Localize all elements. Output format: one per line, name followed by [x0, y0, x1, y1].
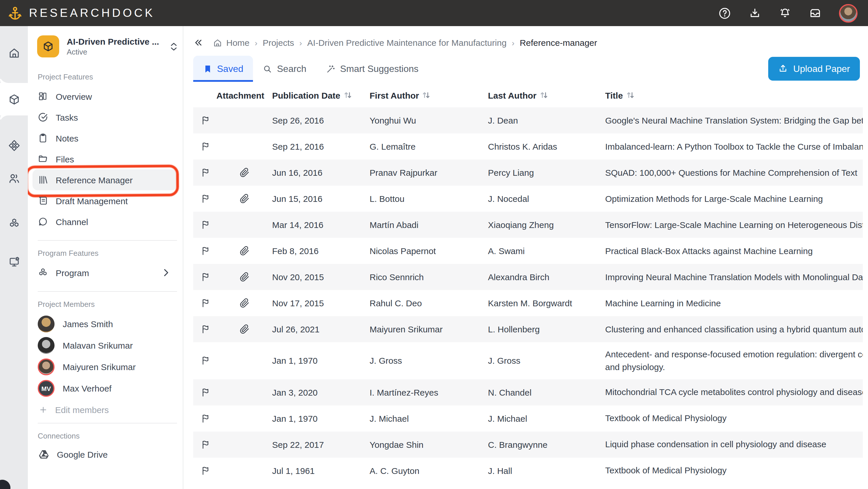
breadcrumb-projects[interactable]: Projects: [262, 38, 294, 47]
flag-button[interactable]: [193, 168, 216, 177]
overview-icon: [38, 91, 48, 101]
flag-icon: [201, 220, 211, 230]
rail-item-system[interactable]: [0, 246, 28, 278]
flag-button[interactable]: [193, 413, 216, 423]
sidebar-item-files[interactable]: Files: [32, 149, 177, 169]
chat-launcher[interactable]: [0, 480, 10, 489]
attachment-indicator: [216, 324, 272, 334]
flag-button[interactable]: [193, 116, 216, 125]
sidebar-item-channel[interactable]: Channel: [32, 211, 177, 232]
paper-title: SQuAD: 100,000+ Questions for Machine Co…: [605, 160, 863, 185]
project-switch-chevrons[interactable]: [170, 42, 177, 51]
flag-button[interactable]: [193, 220, 216, 230]
flag-button[interactable]: [193, 387, 216, 397]
divider: [38, 291, 177, 292]
table-row[interactable]: Jan 1, 1970 J. Gross J. Gross Antecedent…: [193, 342, 863, 379]
sort-icon[interactable]: [423, 91, 430, 99]
sidebar-item-program[interactable]: Program: [32, 262, 177, 283]
sidebar-item-draft-management[interactable]: Draft Management: [32, 190, 177, 211]
avatar: [38, 316, 55, 332]
flag-button[interactable]: [193, 141, 216, 152]
sort-icon[interactable]: [344, 91, 351, 99]
message-circle-icon: [38, 216, 48, 227]
flag-icon: [201, 324, 211, 334]
table-row[interactable]: Jan 3, 2020 I. Martínez-Reyes N. Chandel…: [193, 379, 863, 405]
table-row[interactable]: Jun 16, 2016 Pranav Rajpurkar Percy Lian…: [193, 160, 863, 186]
flag-button[interactable]: [193, 324, 216, 334]
sort-icon[interactable]: [540, 91, 548, 99]
tab-label: Smart Suggestions: [340, 64, 418, 74]
member-malavan-srikumar[interactable]: Malavan Srikumar: [38, 335, 183, 356]
table-row[interactable]: Jan 1, 1970 J. Michael J. Michael Textbo…: [193, 405, 863, 431]
publication-date: Sep 22, 2017: [272, 439, 370, 449]
table-row[interactable]: Jun 15, 2016 L. Bottou J. Nocedal Optimi…: [193, 186, 863, 212]
flag-icon: [201, 272, 211, 282]
flag-icon: [201, 413, 211, 423]
sidebar-item-overview[interactable]: Overview: [32, 86, 177, 107]
rail-item-programs[interactable]: [0, 207, 28, 239]
sidebar-item-tasks[interactable]: Tasks: [32, 107, 177, 128]
tab-saved[interactable]: Saved: [193, 56, 253, 82]
table-row[interactable]: Nov 20, 2015 Rico Sennrich Alexandra Bir…: [193, 264, 863, 290]
col-publication-date[interactable]: Publication Date: [272, 90, 370, 100]
flag-button[interactable]: [193, 246, 216, 256]
edit-members-label: Edit members: [55, 405, 109, 415]
download-icon[interactable]: [748, 7, 761, 20]
tab-search[interactable]: Search: [253, 56, 316, 82]
sidebar-item-notes[interactable]: Notes: [32, 128, 177, 149]
member-james-smith[interactable]: James Smith: [38, 313, 183, 335]
table-row[interactable]: Jul 1, 1961 A. C. Guyton J. Hall Textboo…: [193, 457, 863, 484]
search-icon: [263, 64, 272, 73]
flag-icon: [201, 439, 211, 449]
col-first-author[interactable]: First Author: [370, 90, 488, 100]
home-icon: [8, 47, 20, 59]
flag-button[interactable]: [193, 298, 216, 308]
rail-item-members[interactable]: [0, 162, 28, 194]
tab-smart-suggestions[interactable]: Smart Suggestions: [316, 56, 428, 82]
project-switcher[interactable]: AI-Driven Predictive ... Active: [37, 35, 177, 58]
table-row[interactable]: Sep 26, 2016 Yonghui Wu J. Dean Google's…: [193, 107, 863, 133]
table-row[interactable]: Jul 26, 2021 Maiyuren Srikumar L. Hollen…: [193, 316, 863, 342]
sidebar-item-label: Notes: [56, 133, 78, 143]
breadcrumb-home[interactable]: Home: [213, 38, 249, 47]
tab-underline: [193, 82, 588, 83]
flag-button[interactable]: [193, 272, 216, 282]
table-row[interactable]: Sep 22, 2017 Yongdae Shin C. Brangwynne …: [193, 431, 863, 457]
flag-button[interactable]: [193, 465, 216, 476]
blocks-icon: [8, 217, 20, 229]
double-chevron-left-icon: [193, 38, 203, 47]
rail-item-home[interactable]: [0, 37, 28, 69]
flag-icon: [201, 168, 211, 177]
table-row[interactable]: Nov 17, 2015 Rahul C. Deo Karsten M. Bor…: [193, 290, 863, 316]
breadcrumb-project-name[interactable]: AI-Driven Predictive Maintenance for Man…: [307, 38, 506, 47]
col-last-author[interactable]: Last Author: [488, 90, 605, 100]
table-row[interactable]: Sep 21, 2016 G. Lemaître Christos K. Ari…: [193, 133, 863, 160]
rail-item-project[interactable]: [0, 83, 28, 116]
sort-icon[interactable]: [626, 91, 634, 99]
first-author: Maiyuren Srikumar: [370, 324, 488, 334]
collapse-sidebar-button[interactable]: [193, 38, 203, 47]
member-max-verhoef[interactable]: MV Max Verhoef: [38, 378, 183, 399]
connection-google-drive[interactable]: Google Drive: [38, 450, 183, 459]
chevron-right-icon: [161, 267, 171, 278]
member-maiyuren-srikumar[interactable]: Maiyuren Srikumar: [38, 356, 183, 378]
help-icon[interactable]: [718, 7, 731, 20]
app-name: RESEARCHDOCK: [29, 6, 155, 20]
table-row[interactable]: Mar 14, 2016 Martín Abadi Xiaoqiang Zhen…: [193, 212, 863, 238]
inbox-icon[interactable]: [809, 7, 822, 20]
table-row[interactable]: Feb 8, 2016 Nicolas Papernot A. Swami Pr…: [193, 238, 863, 264]
col-title[interactable]: Title: [605, 90, 863, 100]
rail-item-apps[interactable]: [0, 129, 28, 162]
icon-rail: [0, 26, 28, 489]
sidebar-item-label: Tasks: [56, 112, 78, 122]
flag-button[interactable]: [193, 439, 216, 449]
user-avatar[interactable]: [839, 4, 858, 22]
sidebar-item-reference-manager[interactable]: Reference Manager: [32, 169, 177, 190]
attachment-indicator: [216, 439, 272, 449]
notifications-icon[interactable]: [779, 7, 792, 20]
flag-button[interactable]: [193, 356, 216, 366]
app-window: RESEARCHDOCK: [0, 0, 868, 489]
upload-paper-button[interactable]: Upload Paper: [768, 57, 860, 80]
flag-button[interactable]: [193, 194, 216, 204]
edit-members-button[interactable]: Edit members: [39, 405, 183, 415]
